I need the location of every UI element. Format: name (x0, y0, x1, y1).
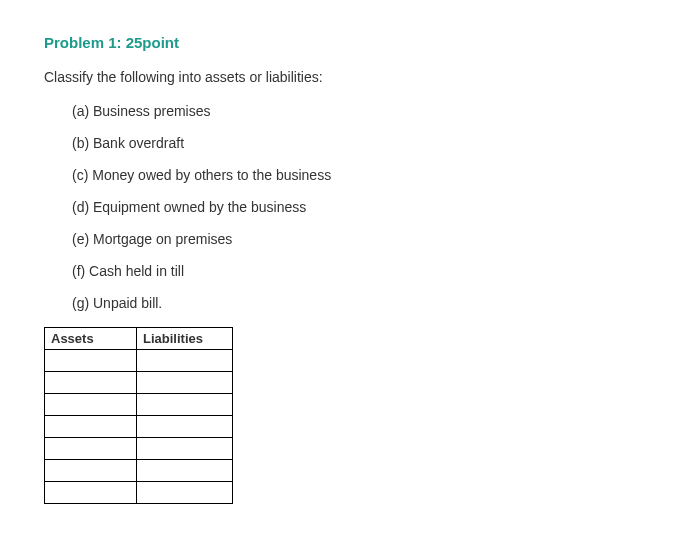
cell-assets (45, 394, 137, 416)
cell-assets (45, 372, 137, 394)
table-row (45, 416, 233, 438)
cell-liabilities (137, 416, 233, 438)
list-item: (e) Mortgage on premises (72, 231, 656, 247)
cell-liabilities (137, 394, 233, 416)
table-row (45, 372, 233, 394)
list-item: (c) Money owed by others to the business (72, 167, 656, 183)
table-row (45, 482, 233, 504)
classification-table: Assets Liabilities (44, 327, 233, 504)
cell-liabilities (137, 438, 233, 460)
list-item: (d) Equipment owned by the business (72, 199, 656, 215)
table-header-row: Assets Liabilities (45, 328, 233, 350)
table-row (45, 394, 233, 416)
cell-assets (45, 350, 137, 372)
cell-liabilities (137, 372, 233, 394)
table-row (45, 460, 233, 482)
header-liabilities: Liabilities (137, 328, 233, 350)
cell-liabilities (137, 482, 233, 504)
list-item: (g) Unpaid bill. (72, 295, 656, 311)
list-item: (a) Business premises (72, 103, 656, 119)
cell-assets (45, 438, 137, 460)
header-assets: Assets (45, 328, 137, 350)
list-item: (f) Cash held in till (72, 263, 656, 279)
cell-assets (45, 416, 137, 438)
instruction-text: Classify the following into assets or li… (44, 69, 656, 85)
table-row (45, 438, 233, 460)
cell-liabilities (137, 460, 233, 482)
list-item: (b) Bank overdraft (72, 135, 656, 151)
item-list: (a) Business premises (b) Bank overdraft… (44, 103, 656, 311)
problem-title: Problem 1: 25point (44, 34, 656, 51)
cell-assets (45, 482, 137, 504)
cell-liabilities (137, 350, 233, 372)
cell-assets (45, 460, 137, 482)
table-row (45, 350, 233, 372)
